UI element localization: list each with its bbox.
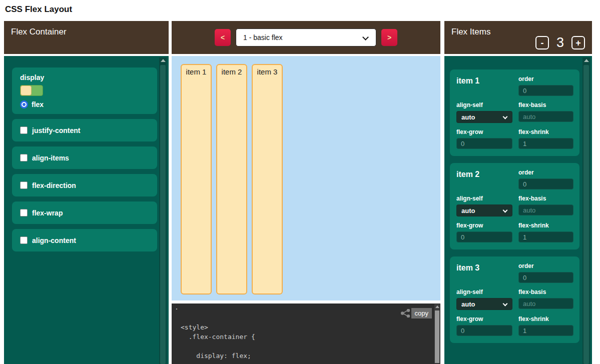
flex-grow-input[interactable]	[456, 325, 512, 336]
scroll-up-icon[interactable]	[435, 306, 439, 308]
align-self-select[interactable]: auto	[456, 204, 512, 216]
align-self-select[interactable]: auto	[456, 298, 512, 310]
flex-grow-label: flex-grow	[456, 316, 512, 322]
flex-grow-input[interactable]	[456, 138, 512, 149]
scrollbar-thumb[interactable]	[435, 310, 439, 363]
chevron-down-icon	[362, 34, 369, 40]
item-1-card: item 1 order align-self auto flex-basis …	[450, 70, 579, 156]
flex-shrink-label: flex-shrink	[518, 128, 573, 136]
flex-items-header: Flex Items - 3 +	[444, 21, 592, 54]
scrollbar-thumb[interactable]	[583, 65, 589, 364]
align-self-select[interactable]: auto	[456, 111, 512, 123]
flex-direction-checkbox[interactable]	[20, 182, 28, 189]
justify-content-checkbox[interactable]	[20, 126, 28, 134]
align-items-card: align-items	[12, 146, 157, 169]
align-self-value: auto	[461, 114, 475, 121]
flex-items-title: Flex Items	[451, 27, 490, 37]
align-self-value: auto	[461, 300, 475, 308]
justify-content-label: justify-content	[32, 126, 80, 134]
flex-shrink-label: flex-shrink	[518, 222, 573, 229]
flex-container-body: display flex justify-content align-items…	[4, 56, 169, 364]
flex-shrink-input[interactable]	[518, 138, 573, 149]
flex-basis-input[interactable]	[518, 111, 573, 122]
demo-flex-item: item 3	[252, 64, 283, 294]
align-self-label: align-self	[456, 102, 512, 108]
display-toggle[interactable]	[20, 85, 43, 96]
add-item-button[interactable]: +	[571, 36, 585, 50]
flex-basis-input[interactable]	[518, 204, 573, 216]
item-card-title: item 1	[456, 76, 512, 96]
align-self-value: auto	[461, 207, 475, 214]
demo-flex-item: item 1	[181, 64, 212, 294]
demo-flex-item: item 2	[216, 64, 247, 294]
flex-wrap-card: flex-wrap	[12, 202, 157, 224]
flex-container-header: Flex Container	[4, 21, 169, 54]
order-label: order	[518, 262, 573, 270]
display-label: display	[20, 74, 157, 82]
item-card-title: item 2	[456, 169, 512, 190]
flex-direction-card: flex-direction	[12, 174, 157, 196]
order-input[interactable]	[518, 85, 573, 96]
align-items-checkbox[interactable]	[20, 154, 28, 162]
chevron-down-icon	[503, 302, 508, 306]
align-items-label: align-items	[32, 154, 69, 162]
align-content-card: align-content	[12, 229, 157, 252]
flex-radio-row: flex	[20, 100, 157, 108]
flex-basis-label: flex-basis	[518, 195, 573, 202]
flex-wrap-label: flex-wrap	[32, 209, 63, 217]
code-line: display: flex;	[181, 351, 255, 360]
remove-item-button[interactable]: -	[535, 36, 549, 50]
code-block: <style> .flex-container { display: flex;	[181, 322, 255, 360]
code-line: <style>	[181, 322, 255, 332]
code-scrollbar[interactable]	[434, 304, 440, 364]
flex-shrink-input[interactable]	[518, 325, 573, 336]
code-line	[181, 342, 255, 351]
justify-content-card: justify-content	[12, 119, 157, 142]
share-icon[interactable]	[401, 309, 410, 318]
example-select[interactable]: 1 - basic flex	[236, 28, 376, 46]
flex-demo-container: item 1 item 2 item 3	[172, 56, 440, 300]
flex-container-title: Flex Container	[11, 27, 67, 37]
flex-grow-label: flex-grow	[456, 222, 512, 229]
flex-grow-input[interactable]	[456, 232, 512, 242]
align-self-label: align-self	[456, 288, 512, 296]
chevron-down-icon	[503, 208, 508, 213]
item-2-card: item 2 order align-self auto flex-basis …	[450, 163, 579, 250]
order-input[interactable]	[518, 272, 573, 283]
flex-direction-label: flex-direction	[32, 182, 76, 190]
example-select-value: 1 - basic flex	[243, 34, 283, 42]
order-input[interactable]	[518, 178, 573, 190]
page-title: CSS Flex Layout	[5, 4, 72, 14]
left-panel-scrollbar[interactable]	[159, 58, 167, 364]
toggle-knob	[21, 86, 32, 96]
code-line: .flex-container {	[181, 332, 255, 342]
flex-shrink-label: flex-shrink	[518, 316, 573, 322]
item-card-title: item 3	[456, 262, 512, 283]
flex-shrink-input[interactable]	[518, 232, 573, 242]
flex-basis-label: flex-basis	[518, 288, 573, 296]
right-panel-scrollbar[interactable]	[582, 58, 590, 364]
copy-button[interactable]: copy	[411, 308, 432, 318]
order-label: order	[518, 169, 573, 176]
display-card: display flex	[12, 68, 157, 114]
flex-radio[interactable]	[20, 100, 28, 108]
flex-basis-input[interactable]	[518, 298, 573, 309]
item-counter: - 3 +	[535, 35, 585, 50]
example-nav-bar: < 1 - basic flex >	[172, 21, 440, 54]
flex-wrap-checkbox[interactable]	[20, 209, 28, 216]
chevron-down-icon	[503, 114, 508, 120]
align-self-label: align-self	[456, 195, 512, 202]
item-3-card: item 3 order align-self auto flex-basis …	[450, 256, 579, 343]
flex-radio-label: flex	[32, 100, 44, 108]
code-artifact: .	[175, 304, 179, 311]
next-example-button[interactable]: >	[381, 29, 397, 46]
align-content-label: align-content	[32, 236, 76, 244]
align-content-checkbox[interactable]	[20, 236, 28, 244]
scroll-up-icon[interactable]	[161, 59, 166, 62]
item-count: 3	[556, 35, 564, 50]
scroll-up-icon[interactable]	[584, 59, 589, 62]
scrollbar-thumb[interactable]	[160, 65, 166, 364]
flex-basis-label: flex-basis	[518, 102, 573, 108]
prev-example-button[interactable]: <	[215, 29, 231, 46]
order-label: order	[518, 76, 573, 82]
